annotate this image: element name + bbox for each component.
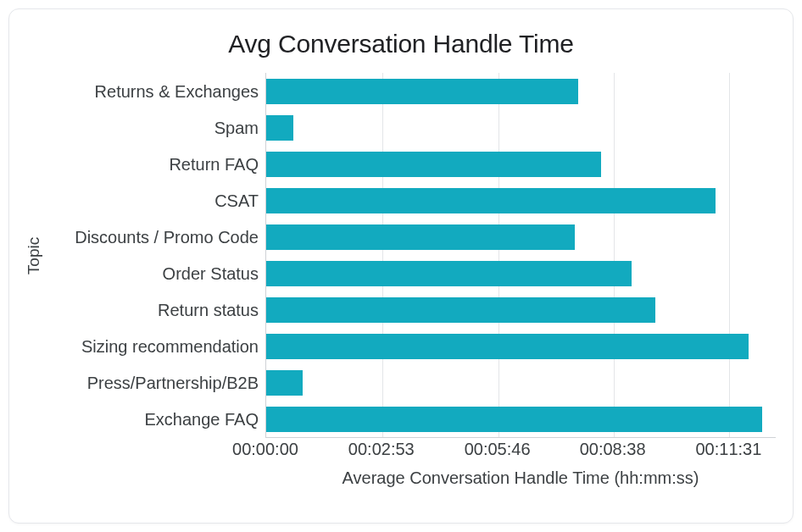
y-tick-label: Order Status [163, 263, 259, 283]
bar [266, 370, 303, 396]
bar [266, 152, 601, 177]
bar [266, 224, 575, 250]
y-tick-label: Sizing recommendation [81, 336, 259, 356]
gridline [498, 73, 499, 437]
y-tick-label: Return FAQ [169, 154, 259, 174]
gridline [382, 73, 383, 437]
y-tick-label: Return status [158, 300, 259, 319]
y-tick-label: CSAT [214, 191, 259, 210]
x-tick-label: 00:02:53 [348, 440, 415, 459]
x-tick-label: 00:00:00 [232, 440, 298, 459]
gridline [614, 73, 615, 437]
chart-card: Avg Conversation Handle Time Topic Retur… [8, 8, 794, 524]
x-tick-label: 00:08:38 [580, 440, 646, 459]
bar [266, 297, 655, 323]
x-tick-label: 00:11:31 [695, 440, 761, 459]
chart-title: Avg Conversation Handle Time [26, 30, 776, 58]
plot-area [265, 73, 776, 438]
bar [266, 188, 716, 213]
y-axis-title-wrap: Topic [21, 73, 47, 438]
y-tick-label: Discounts / Promo Code [75, 227, 259, 247]
gridline [729, 73, 730, 437]
y-tick-label: Exchange FAQ [144, 409, 259, 429]
y-tick-label: Spam [214, 118, 259, 137]
bar [266, 261, 632, 286]
bar [266, 407, 762, 432]
bar [266, 334, 749, 359]
y-tick-label: Returns & Exchanges [95, 81, 259, 101]
y-axis-labels: Returns & ExchangesSpamReturn FAQCSATDis… [52, 73, 264, 438]
x-axis-title: Average Conversation Handle Time (hh:mm:… [265, 468, 776, 488]
x-tick-label: 00:05:46 [465, 440, 531, 459]
x-axis: Average Conversation Handle Time (hh:mm:… [265, 438, 776, 506]
bar [266, 115, 293, 141]
bar [266, 79, 578, 104]
y-tick-label: Press/Partnership/B2B [87, 373, 259, 392]
y-axis-title: Topic [25, 236, 43, 274]
chart-zone: Topic Returns & ExchangesSpamReturn FAQC… [26, 73, 776, 506]
